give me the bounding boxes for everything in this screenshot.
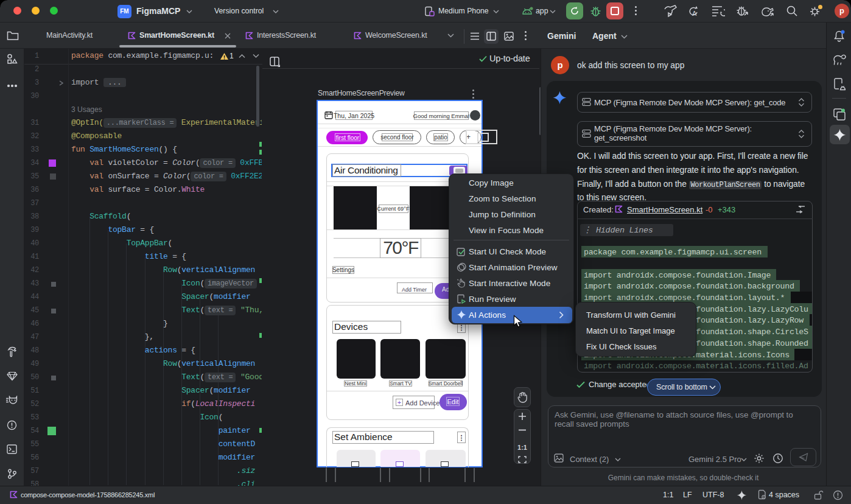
svg-text:A: A [692,10,697,17]
